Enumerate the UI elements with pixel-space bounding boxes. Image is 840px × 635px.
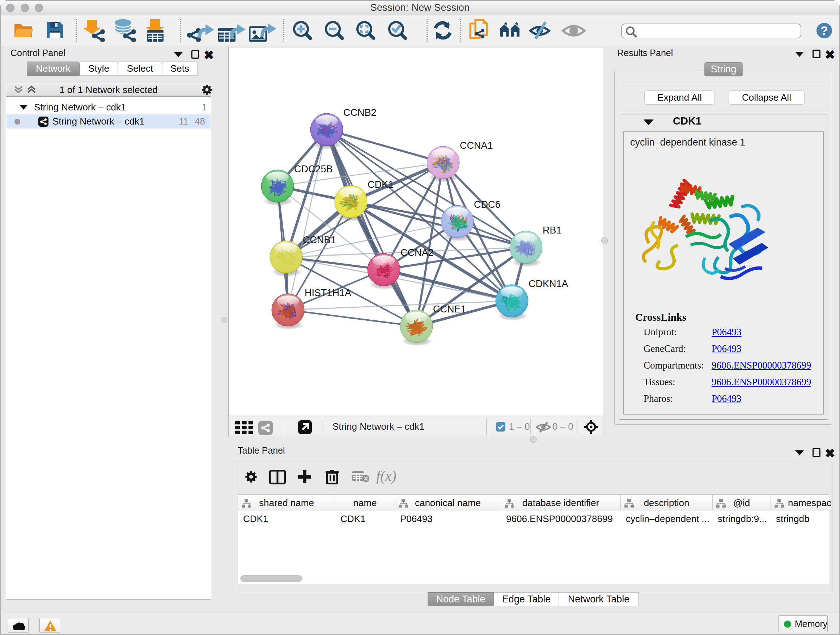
svg-text:CDC25B: CDC25B (294, 164, 333, 174)
svg-text:CDC6: CDC6 (474, 199, 501, 210)
svg-text:CCNB1: CCNB1 (303, 234, 336, 245)
svg-text:CCNA2: CCNA2 (401, 247, 434, 258)
svg-text:CCNE1: CCNE1 (433, 304, 466, 315)
svg-text:HIST1H1A: HIST1H1A (305, 287, 351, 298)
svg-text:CDKN1A: CDKN1A (529, 279, 568, 289)
svg-text:CCNA1: CCNA1 (460, 140, 493, 151)
svg-text:CDK1: CDK1 (368, 179, 393, 190)
svg-text:RB1: RB1 (543, 225, 562, 236)
svg-text:CCNB2: CCNB2 (343, 107, 377, 118)
